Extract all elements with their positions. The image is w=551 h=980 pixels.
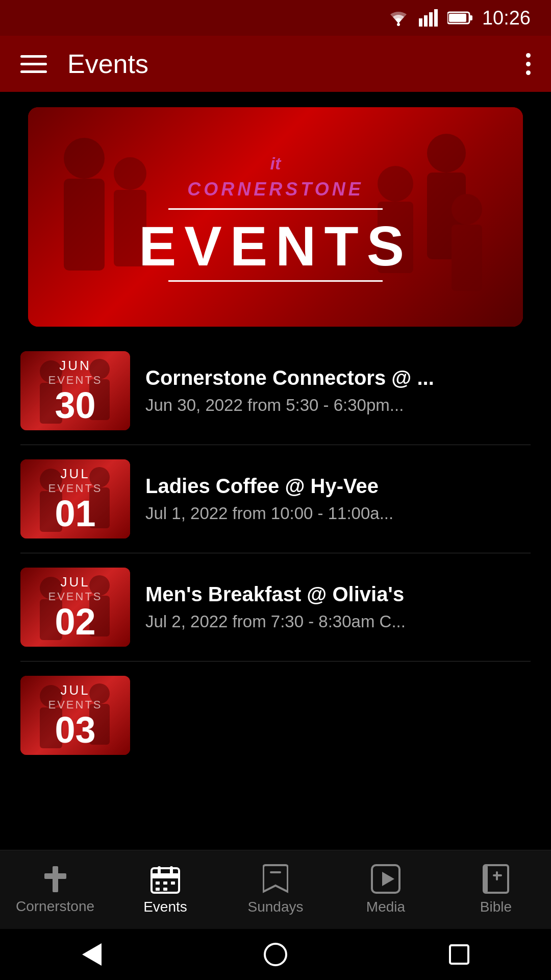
nav-label-cornerstone: Cornerstone — [16, 898, 94, 915]
svg-rect-3 — [429, 12, 433, 27]
home-button[interactable] — [258, 937, 293, 972]
banner-content: it CORNERSTONE EVENTS — [28, 107, 523, 327]
event-thumbnail: JUL EVENTS 02 — [20, 568, 130, 647]
event-info: Ladies Coffee @ Hy-Vee Jul 1, 2022 from … — [145, 475, 531, 523]
back-button[interactable] — [74, 937, 110, 972]
svg-rect-41 — [163, 881, 167, 885]
event-thumbnail: JUN EVENTS 30 — [20, 351, 130, 430]
event-info: Men's Breakfast @ Olivia's Jul 2, 2022 f… — [145, 583, 531, 631]
event-title: Men's Breakfast @ Olivia's — [145, 583, 531, 606]
nav-label-media: Media — [366, 899, 405, 915]
event-title: Cornerstone Connectors @ ... — [145, 366, 531, 389]
nav-item-cornerstone[interactable]: Cornerstone — [0, 865, 110, 915]
svg-point-0 — [397, 23, 400, 26]
nav-item-media[interactable]: Media — [331, 864, 441, 915]
event-time: Jul 2, 2022 from 7:30 - 8:30am C... — [145, 612, 531, 631]
event-month: JUN — [59, 358, 91, 374]
svg-rect-40 — [156, 881, 160, 885]
banner-logo-text: CORNERSTONE — [187, 179, 363, 200]
event-time: Jul 1, 2022 from 10:00 - 11:00a... — [145, 504, 531, 523]
svg-rect-43 — [156, 888, 160, 891]
svg-rect-42 — [171, 881, 175, 885]
play-icon — [371, 864, 400, 894]
nav-label-sundays: Sundays — [248, 899, 304, 915]
cross-icon — [41, 865, 69, 893]
status-icons: 10:26 — [387, 7, 531, 29]
banner-divider-top — [168, 208, 383, 210]
nav-label-events: Events — [143, 899, 187, 915]
menu-button[interactable] — [20, 55, 47, 73]
event-month: JUL — [60, 682, 90, 698]
svg-rect-45 — [270, 871, 281, 873]
svg-rect-1 — [419, 18, 422, 27]
event-title: Ladies Coffee @ Hy-Vee — [145, 475, 531, 498]
event-item[interactable]: JUL EVENTS 01 Ladies Coffee @ Hy-Vee Jul… — [20, 445, 531, 553]
more-options-button[interactable] — [526, 53, 531, 75]
page-title: Events — [67, 48, 506, 79]
nav-item-sundays[interactable]: Sundays — [220, 864, 331, 915]
banner-events-text: EVENTS — [139, 218, 412, 274]
bottom-navigation: Cornerstone Events Sundays Media — [0, 850, 551, 929]
event-item-partial[interactable]: JUL EVENTS 03 — [20, 662, 531, 755]
bible-icon — [483, 864, 509, 894]
svg-rect-51 — [496, 871, 498, 880]
svg-rect-34 — [53, 866, 58, 892]
status-bar: 10:26 — [0, 0, 551, 36]
event-time: Jun 30, 2022 from 5:30 - 6:30pm... — [145, 396, 531, 415]
event-month: JUL — [60, 466, 90, 482]
event-thumbnail: JUL EVENTS 01 — [20, 459, 130, 538]
nav-label-bible: Bible — [480, 899, 512, 915]
event-thumbnail: JUL EVENTS 03 — [20, 676, 130, 755]
svg-rect-38 — [158, 866, 161, 874]
svg-rect-35 — [44, 873, 66, 879]
app-header: Events — [0, 36, 551, 92]
status-time: 10:26 — [482, 7, 531, 29]
event-item[interactable]: JUN EVENTS 30 Cornerstone Connectors @ .… — [20, 337, 531, 445]
nav-item-bible[interactable]: Bible — [441, 864, 551, 915]
event-day: 01 — [55, 495, 95, 532]
wifi-icon — [387, 9, 410, 27]
svg-rect-6 — [469, 15, 472, 20]
event-info: Cornerstone Connectors @ ... Jun 30, 202… — [145, 366, 531, 415]
svg-marker-47 — [382, 872, 394, 886]
battery-icon — [447, 11, 473, 25]
svg-rect-4 — [434, 9, 438, 27]
event-month: JUL — [60, 574, 90, 590]
svg-rect-44 — [163, 888, 167, 891]
svg-rect-49 — [484, 865, 488, 893]
calendar-icon — [151, 864, 180, 894]
system-navigation — [0, 929, 551, 980]
bookmark-icon — [263, 864, 288, 894]
banner-divider-bottom — [168, 280, 383, 282]
svg-rect-37 — [152, 873, 179, 878]
event-day: 03 — [55, 712, 95, 748]
nav-item-events[interactable]: Events — [110, 864, 220, 915]
signal-icon — [419, 9, 438, 27]
svg-rect-7 — [449, 14, 466, 22]
recents-button[interactable] — [441, 937, 477, 972]
events-banner: it CORNERSTONE EVENTS — [28, 107, 523, 327]
event-day: 02 — [55, 603, 95, 640]
svg-rect-39 — [170, 866, 173, 874]
events-list: JUN EVENTS 30 Cornerstone Connectors @ .… — [0, 327, 551, 755]
event-day: 30 — [55, 387, 95, 424]
event-item[interactable]: JUL EVENTS 02 Men's Breakfast @ Olivia's… — [20, 553, 531, 662]
svg-rect-2 — [424, 15, 428, 27]
